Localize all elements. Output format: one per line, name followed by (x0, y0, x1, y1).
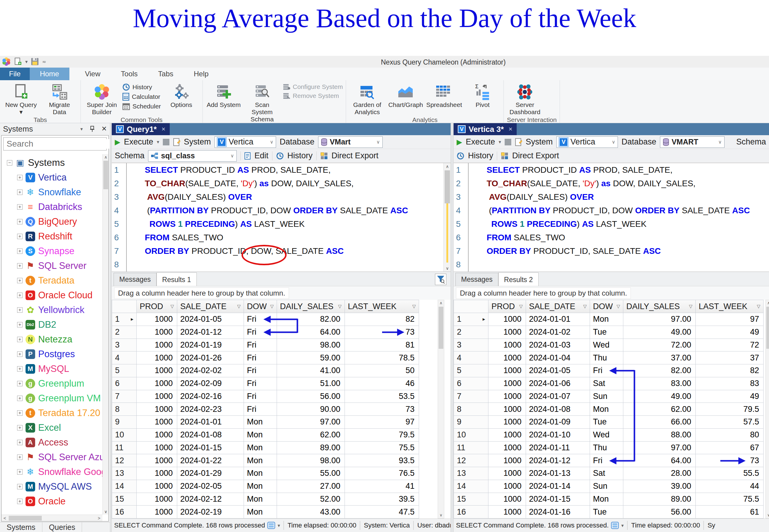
execute-dropdown-icon[interactable]: ▾ (499, 139, 501, 145)
new-document-icon[interactable] (14, 57, 22, 66)
script-icon[interactable] (515, 138, 522, 146)
sidebar-item-teradata-17-20[interactable]: +tTeradata 17.20 (2, 406, 102, 420)
column-header-sale-date[interactable]: SALE_DATE▽ (526, 300, 590, 313)
expand-icon[interactable]: + (17, 396, 23, 401)
tab-results-2[interactable]: Results 2 (498, 272, 539, 286)
tab-systems[interactable]: Systems (0, 522, 42, 532)
expand-icon[interactable]: + (17, 322, 23, 327)
ribbon-button-server-dashboard[interactable]: Server Dashboard (507, 81, 543, 116)
expand-icon[interactable]: + (17, 219, 23, 224)
scroll-right-icon[interactable]: > (96, 515, 102, 521)
results-table[interactable]: PROD▽SALE_DATE▽DOW▽DAILY_SALES▽LAST_WEEK… (112, 300, 419, 518)
scroll-up-icon[interactable]: ∧ (103, 154, 109, 160)
direct-export-button[interactable]: Direct Export (512, 151, 559, 160)
column-header-dow[interactable]: DOW▽ (244, 300, 277, 313)
scroll-up-icon[interactable]: ∧ (438, 300, 444, 306)
system-select[interactable]: VVertica∨ (556, 136, 618, 148)
search-box[interactable]: ⌕ ▾ (3, 137, 107, 150)
sidebar-item-netezza[interactable]: +NNetezza (2, 332, 102, 347)
table-row[interactable]: 810002024-02-23Fri90.0073 (112, 403, 419, 416)
history-icon[interactable] (276, 152, 284, 160)
sidebar-dropdown-icon[interactable]: ▾ (81, 126, 83, 132)
table-row[interactable]: 310002024-01-19Fri98.0081 (112, 339, 419, 352)
expand-icon[interactable]: + (17, 366, 23, 372)
column-header-daily-sales[interactable]: DAILY_SALES▽ (277, 300, 345, 313)
sidebar-item-postgres[interactable]: +PPostgres (2, 347, 102, 361)
new-document-dropdown-icon[interactable]: ▾ (25, 59, 28, 65)
menu-tab-home[interactable]: Home (30, 68, 69, 80)
sidebar-item-mysql-aws[interactable]: +MMySQL AWS (2, 479, 102, 494)
filter-button[interactable] (435, 274, 446, 285)
save-icon[interactable] (31, 57, 39, 66)
sidebar-item-bigquery[interactable]: +QBigQuery (2, 214, 102, 229)
tab-results-1[interactable]: Results 1 (157, 272, 197, 286)
table-row[interactable]: 910002024-01-01Mon97.0097 (112, 416, 419, 429)
edit-icon[interactable] (244, 152, 251, 160)
expand-icon[interactable]: + (17, 278, 23, 283)
table-row[interactable]: 1110002024-01-11Thu97.0067 (454, 442, 764, 454)
column-header-sale-date[interactable]: SALE_DATE▽ (177, 300, 244, 313)
table-row[interactable]: 410002024-01-04Thu37.0037 (454, 351, 764, 364)
table-row[interactable]: 710002024-01-07Sun49.0049 (454, 390, 764, 403)
expand-icon[interactable]: + (17, 351, 23, 357)
column-header-prod[interactable]: PROD▽ (488, 300, 526, 313)
sidebar-item-synapse[interactable]: +SSynapse (2, 244, 102, 258)
tab-messages[interactable]: Messages (455, 273, 498, 286)
ribbon-button-remove-system[interactable]: Remove System (283, 92, 343, 99)
ribbon-button-calculator[interactable]: Calculator (122, 93, 161, 101)
expand-icon[interactable]: + (17, 499, 23, 504)
direct-export-icon[interactable] (501, 152, 509, 160)
quick-access-dropdown-icon[interactable]: ≂ (42, 59, 46, 65)
filter-funnel-icon[interactable]: ▽ (237, 304, 241, 309)
expand-icon[interactable]: + (17, 454, 23, 460)
filter-funnel-icon[interactable]: ▽ (270, 304, 274, 309)
sql-editor[interactable]: 12345678SELECT PRODUCT_ID AS PROD, SALE_… (454, 163, 769, 272)
direct-export-icon[interactable] (320, 152, 328, 160)
history-button[interactable]: History (468, 151, 493, 160)
scroll-left-icon[interactable]: < (2, 515, 8, 521)
sql-code[interactable]: SELECT PRODUCT_ID AS PROD, SALE_DATE,TO_… (469, 163, 762, 272)
stop-icon[interactable] (163, 139, 169, 145)
results-vertical-scrollbar[interactable]: ∧∨ (765, 300, 769, 518)
close-tab-icon[interactable]: × (162, 125, 166, 133)
ribbon-button-pivot[interactable]: ΣPivot (464, 81, 500, 108)
sidebar-item-redshift[interactable]: +RRedshift (2, 229, 102, 244)
filter-funnel-icon[interactable]: ▽ (689, 304, 692, 309)
scrollbar-thumb[interactable] (766, 307, 769, 349)
ribbon-button-garden-of-analytics[interactable]: Garden of Analytics (349, 81, 385, 116)
results-table[interactable]: PROD▽SALE_DATE▽DOW▽DAILY_SALES▽LAST_WEEK… (454, 300, 764, 518)
table-row[interactable]: 910002024-01-09Tue66.0057.5 (454, 416, 764, 429)
scroll-down-icon[interactable]: ∨ (444, 265, 451, 272)
column-header-dow[interactable]: DOW▽ (590, 300, 623, 313)
database-select[interactable]: VMART∨ (660, 136, 725, 148)
ribbon-button-configure-system[interactable]: Configure System (283, 83, 343, 90)
sidebar-item-vertica[interactable]: +VVertica (2, 170, 102, 185)
execute-button[interactable]: Execute (466, 137, 495, 147)
query-tab-vertica-3[interactable]: VVertica 3*× (454, 123, 517, 135)
table-row[interactable]: 210002024-01-02Tue49.0049 (454, 326, 764, 339)
panel-splitter[interactable] (451, 123, 454, 532)
sidebar-item-greenplum[interactable]: +gGreenplum (2, 376, 102, 391)
sidebar-item-greenplum-vm[interactable]: +gGreenplum VM (2, 391, 102, 406)
scroll-up-icon[interactable]: ∧ (444, 163, 451, 170)
edit-button[interactable]: Edit (254, 151, 269, 160)
execute-icon[interactable]: ▶ (457, 138, 462, 146)
sidebar-item-snowflake[interactable]: +❄Snowflake (2, 185, 102, 199)
ribbon-button-scan-system-schema[interactable]: Scan System Schema (244, 81, 280, 123)
filter-funnel-icon[interactable]: ▽ (170, 304, 174, 309)
sidebar-item-db2[interactable]: +Db2DB2 (2, 317, 102, 332)
sidebar-item-access[interactable]: +AAccess (2, 435, 102, 450)
ribbon-button-migrate-data[interactable]: Migrate Data (41, 81, 78, 116)
expand-icon[interactable]: + (17, 337, 23, 342)
expand-icon[interactable]: + (17, 440, 23, 445)
expand-icon[interactable]: + (17, 469, 23, 475)
table-row[interactable]: 610002024-02-09Fri51.0046 (112, 377, 419, 390)
table-row[interactable]: 1▸10002024-01-01Mon97.0097 (454, 313, 764, 326)
sidebar-item-databricks[interactable]: +≡Databricks (2, 199, 102, 214)
sidebar-item-sql-server[interactable]: +⚑SQL Server (2, 258, 102, 273)
tree-vertical-scrollbar[interactable]: ∧ ∨ (102, 154, 108, 515)
search-input[interactable] (7, 139, 115, 149)
table-row[interactable]: 710002024-02-16Fri56.0053.5 (112, 390, 419, 403)
expand-icon[interactable]: + (17, 175, 23, 180)
filter-funnel-icon[interactable]: ▽ (616, 304, 620, 309)
